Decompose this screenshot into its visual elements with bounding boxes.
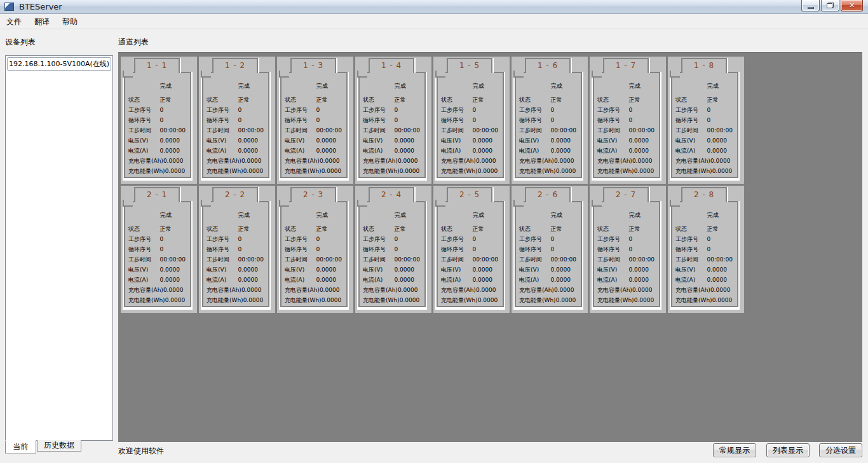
- menu-translate[interactable]: 翻译: [28, 15, 56, 29]
- field-label: 充电能量(Wh): [285, 166, 322, 176]
- field-value: 0.0000: [707, 265, 737, 275]
- channel-card[interactable]: 完成状态正常工步序号0循环序号0工步时间00:00:00电压(V)0.0000电…: [433, 186, 510, 313]
- field-value: 0.0000: [394, 146, 424, 156]
- field-value: 0.0000: [550, 146, 581, 156]
- field-value: 0.0000: [634, 166, 659, 176]
- field-label: 电流(A): [207, 146, 238, 156]
- menu-file[interactable]: 文件: [0, 15, 28, 29]
- channel-field-row: 工步时间00:00:00: [360, 254, 424, 265]
- channel-field-row: 状态正常: [672, 95, 737, 105]
- field-value: 0.0000: [241, 156, 268, 166]
- field-value: 0: [550, 234, 581, 244]
- channel-field-row: 工步时间00:00:00: [516, 254, 581, 265]
- channel-card[interactable]: 完成状态正常工步序号0循环序号0工步时间00:00:00电压(V)0.0000电…: [355, 57, 431, 184]
- channel-field-row: 充电容量(Ah)0.0000: [516, 156, 581, 166]
- field-label: 状态: [441, 224, 472, 234]
- channel-status-banner: 完成: [594, 81, 659, 91]
- channel-card[interactable]: 完成状态正常工步序号0循环序号0工步时间00:00:00电压(V)0.0000电…: [121, 186, 197, 313]
- card-notch: [435, 200, 445, 207]
- field-label: 循环序号: [441, 244, 472, 254]
- channel-field-row: 电流(A)0.0000: [516, 146, 581, 156]
- field-label: 充电能量(Wh): [207, 166, 243, 176]
- field-value: 正常: [394, 95, 424, 105]
- channel-card-body: 完成状态正常工步序号0循环序号0工步时间00:00:00电压(V)0.0000电…: [202, 72, 269, 178]
- channel-status-banner: 完成: [594, 210, 659, 220]
- channel-field-row: 电压(V)0.0000: [516, 135, 581, 146]
- channel-card-body: 完成状态正常工步序号0循环序号0工步时间00:00:00电压(V)0.0000电…: [671, 72, 738, 178]
- field-value: 正常: [628, 224, 659, 234]
- field-value: 0.0000: [628, 275, 659, 285]
- field-value: 0.0000: [394, 135, 424, 146]
- field-label: 充电容量(Ah): [207, 156, 241, 166]
- field-value: 00:00:00: [628, 125, 659, 135]
- field-label: 状态: [128, 224, 159, 234]
- field-label: 电压(V): [363, 135, 394, 146]
- field-label: 工步序号: [207, 234, 238, 244]
- field-value: 00:00:00: [316, 125, 346, 135]
- field-label: 充电能量(Wh): [128, 166, 165, 176]
- channel-card[interactable]: 完成状态正常工步序号0循环序号0工步时间00:00:00电压(V)0.0000电…: [590, 186, 666, 313]
- channel-field-row: 循环序号0: [516, 244, 581, 254]
- channel-card[interactable]: 完成状态正常工步序号0循环序号0工步时间00:00:00电压(V)0.0000电…: [355, 186, 431, 313]
- menu-help[interactable]: 帮助: [56, 15, 84, 29]
- field-value: 00:00:00: [238, 254, 268, 265]
- normal-display-button[interactable]: 常规显示: [713, 443, 756, 457]
- field-value: 0.0000: [320, 285, 346, 295]
- field-value: 00:00:00: [628, 254, 659, 265]
- card-notch: [357, 71, 367, 78]
- channel-card[interactable]: 完成状态正常工步序号0循环序号0工步时间00:00:00电压(V)0.0000电…: [512, 57, 588, 184]
- channel-card-tab: 1 - 7: [603, 58, 649, 73]
- field-value: 00:00:00: [472, 125, 503, 135]
- card-notch: [670, 200, 680, 207]
- restore-button[interactable]: [821, 0, 839, 11]
- field-value: 0.0000: [241, 285, 268, 295]
- field-label: 充电能量(Wh): [597, 295, 634, 305]
- close-button[interactable]: ✕: [841, 0, 863, 11]
- field-label: 工步时间: [675, 254, 707, 265]
- sorting-settings-button[interactable]: 分选设置: [819, 443, 862, 457]
- field-label: 电压(V): [675, 135, 707, 146]
- channel-card[interactable]: 完成状态正常工步序号0循环序号0工步时间00:00:00电压(V)0.0000电…: [590, 57, 666, 184]
- list-display-button[interactable]: 列表显示: [766, 443, 810, 457]
- tab-current[interactable]: 当前: [5, 440, 36, 453]
- channel-card[interactable]: 完成状态正常工步序号0循环序号0工步时间00:00:00电压(V)0.0000电…: [433, 57, 510, 184]
- field-value: 0.0000: [243, 295, 268, 305]
- tab-history-data[interactable]: 历史数据: [37, 440, 81, 452]
- channel-field-row: 电流(A)0.0000: [125, 146, 190, 156]
- channel-field-row: 充电能量(Wh)0.0000: [203, 295, 268, 305]
- channel-field-row: 工步序号0: [360, 234, 424, 244]
- field-value: 0.0000: [632, 285, 659, 295]
- channel-card-tab: 1 - 3: [290, 58, 336, 73]
- field-value: 0.0000: [316, 146, 346, 156]
- channel-card[interactable]: 完成状态正常工步序号0循环序号0工步时间00:00:00电压(V)0.0000电…: [277, 186, 353, 313]
- channel-field-row: 循环序号0: [438, 115, 503, 125]
- channel-card[interactable]: 完成状态正常工步序号0循环序号0工步时间00:00:00电压(V)0.0000电…: [277, 57, 353, 184]
- field-value: 0.0000: [476, 285, 503, 295]
- channel-card[interactable]: 完成状态正常工步序号0循环序号0工步时间00:00:00电压(V)0.0000电…: [512, 186, 588, 313]
- channel-card[interactable]: 完成状态正常工步序号0循环序号0工步时间00:00:00电压(V)0.0000电…: [199, 57, 275, 184]
- channel-field-row: 工步时间00:00:00: [281, 125, 346, 135]
- channel-card[interactable]: 完成状态正常工步序号0循环序号0工步时间00:00:00电压(V)0.0000电…: [199, 186, 275, 313]
- field-label: 循环序号: [519, 115, 550, 125]
- device-list-item[interactable]: 192.168.1.100-5V100A(在线): [7, 57, 111, 71]
- channel-field-row: 电压(V)0.0000: [281, 265, 346, 275]
- minimize-button[interactable]: [801, 0, 820, 11]
- channel-status-banner: 完成: [360, 210, 424, 220]
- channel-field-row: 电压(V)0.0000: [281, 135, 346, 146]
- channel-status-banner: 完成: [281, 210, 346, 220]
- device-listbox[interactable]: 192.168.1.100-5V100A(在线): [5, 55, 113, 441]
- channel-card[interactable]: 完成状态正常工步序号0循环序号0工步时间00:00:00电压(V)0.0000电…: [121, 57, 197, 184]
- channel-field-row: 电压(V)0.0000: [125, 265, 190, 275]
- field-value: 00:00:00: [238, 125, 268, 135]
- channel-card[interactable]: 完成状态正常工步序号0循环序号0工步时间00:00:00电压(V)0.0000电…: [668, 186, 744, 313]
- field-label: 工步时间: [128, 125, 159, 135]
- field-value: 0: [316, 115, 346, 125]
- channel-field-row: 工步时间00:00:00: [203, 125, 268, 135]
- channel-field-row: 电压(V)0.0000: [438, 135, 503, 146]
- channel-field-row: 工步序号0: [281, 234, 346, 244]
- field-label: 循环序号: [207, 115, 238, 125]
- field-label: 电压(V): [128, 265, 159, 275]
- field-value: 00:00:00: [159, 125, 190, 135]
- channel-card[interactable]: 完成状态正常工步序号0循环序号0工步时间00:00:00电压(V)0.0000电…: [668, 57, 744, 184]
- field-label: 充电能量(Wh): [675, 166, 712, 176]
